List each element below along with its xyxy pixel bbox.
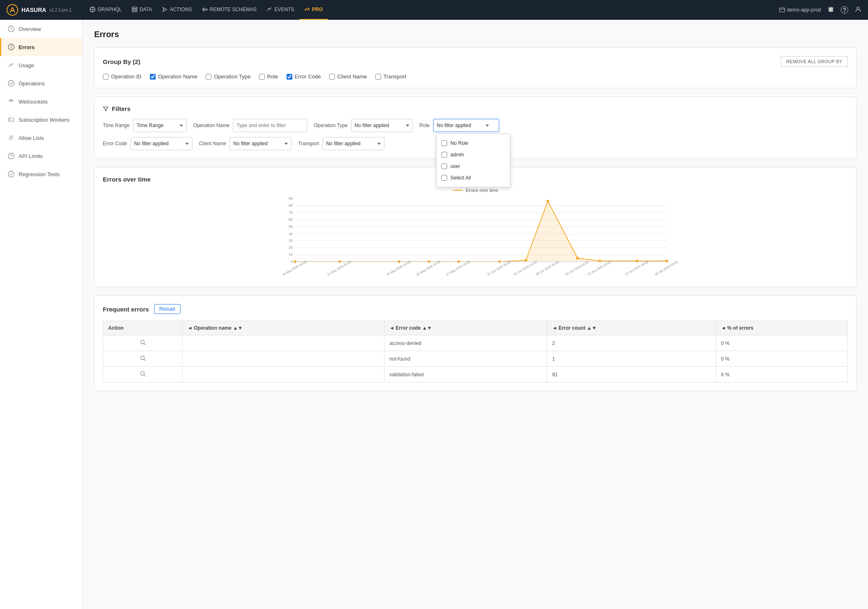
svg-line-61 <box>144 344 145 345</box>
table-row: validation-failed 81 6 % <box>103 367 848 382</box>
role-option-no-role[interactable]: No Role <box>436 137 510 149</box>
role-no-role-checkbox[interactable] <box>441 140 447 146</box>
svg-line-65 <box>144 375 145 377</box>
row-2-operation-name <box>183 367 384 382</box>
group-by-operation-id-checkbox[interactable] <box>103 74 109 80</box>
svg-rect-5 <box>132 9 137 10</box>
transport-select[interactable]: No filter applied <box>323 137 384 150</box>
col-pct-errors[interactable]: ◄ % of errors <box>716 321 847 335</box>
sidebar-label-errors: Errors <box>19 44 35 50</box>
time-range-select[interactable]: Time Range <box>133 119 187 132</box>
logo-text: HASURA <box>21 7 46 13</box>
row-1-operation-name <box>183 351 384 367</box>
row-1-error-count: 1 <box>547 351 716 367</box>
search-icon[interactable] <box>140 340 146 345</box>
client-name-select[interactable]: No filter applied <box>230 137 292 150</box>
svg-rect-20 <box>9 118 14 121</box>
sidebar-item-overview[interactable]: Overview <box>0 20 82 38</box>
nav-events[interactable]: EVENTS <box>262 0 299 20</box>
pro-icon <box>304 7 310 12</box>
role-user-checkbox[interactable] <box>441 163 447 169</box>
group-by-card: Group By (2) REMOVE ALL GROUP BY Operati… <box>94 47 856 88</box>
sidebar-item-subscription-workers[interactable]: Subscription Workers <box>0 111 82 129</box>
sidebar-item-api-limits[interactable]: API Limits <box>0 147 82 165</box>
search-icon[interactable] <box>140 371 146 377</box>
role-admin-checkbox[interactable] <box>441 152 447 158</box>
row-0-action[interactable] <box>103 335 183 351</box>
transport-filter: Transport No filter applied <box>298 137 384 150</box>
filter-icon <box>103 106 109 112</box>
group-by-transport-checkbox[interactable] <box>375 74 381 80</box>
col-action: Action <box>103 321 183 335</box>
time-range-label: Time Range <box>103 123 130 128</box>
svg-point-19 <box>11 101 12 102</box>
sidebar-item-websockets[interactable]: Websockets <box>0 92 82 111</box>
errors-icon <box>8 44 14 50</box>
sidebar-item-regression-tests[interactable]: Regression Tests <box>0 165 82 183</box>
svg-text:03 Jun 2020 20:00: 03 Jun 2020 20:00 <box>513 260 538 276</box>
col-error-count[interactable]: ◄ Error count ▲▼ <box>547 321 716 335</box>
svg-text:10 Jun 2020 20:00: 10 Jun 2020 20:00 <box>587 260 612 276</box>
row-1-action[interactable] <box>103 351 183 367</box>
group-by-operation-name[interactable]: Operation Name <box>150 73 197 80</box>
table-row: not-found 1 0 % <box>103 351 848 367</box>
project-selector[interactable]: demo-app-prod <box>779 7 821 13</box>
settings-button[interactable] <box>828 6 834 14</box>
nav-pro[interactable]: PRO <box>299 0 328 20</box>
nav-graphql[interactable]: GRAPHQL <box>85 0 127 20</box>
remove-all-group-by-button[interactable]: REMOVE ALL GROUP BY <box>781 56 848 67</box>
nav-actions[interactable]: ACTIONS <box>157 0 197 20</box>
chart-point <box>636 260 638 262</box>
error-code-select[interactable]: No filter applied <box>130 137 192 150</box>
group-by-client-name-checkbox[interactable] <box>329 74 335 80</box>
group-by-role[interactable]: Role <box>259 73 278 80</box>
reload-button[interactable]: Reload <box>154 304 180 314</box>
subscription-workers-icon <box>8 116 14 123</box>
sidebar-item-errors[interactable]: Errors <box>0 38 82 56</box>
project-name: demo-app-prod <box>787 7 821 13</box>
user-button[interactable] <box>855 6 861 14</box>
search-icon[interactable] <box>140 355 146 361</box>
version-text: v1.2.2-pro.1 <box>50 8 71 12</box>
role-select-all-checkbox[interactable] <box>441 175 447 181</box>
operation-type-label: Operation Type <box>314 123 348 128</box>
sidebar-label-allow-lists: Allow Lists <box>19 135 44 141</box>
role-option-select-all[interactable]: Select All <box>436 172 510 184</box>
group-by-header: Group By (2) REMOVE ALL GROUP BY <box>103 56 848 67</box>
group-by-client-name[interactable]: Client Name <box>329 73 367 80</box>
group-by-error-code-checkbox[interactable] <box>287 74 292 80</box>
group-by-operation-type-checkbox[interactable] <box>206 74 211 80</box>
group-by-transport[interactable]: Transport <box>375 73 406 80</box>
group-by-operation-name-checkbox[interactable] <box>150 74 156 80</box>
svg-point-25 <box>8 153 14 159</box>
svg-point-17 <box>11 48 12 49</box>
sidebar-item-operations[interactable]: Operations <box>0 74 82 92</box>
role-option-user[interactable]: user <box>436 161 510 172</box>
svg-text:10: 10 <box>289 253 293 257</box>
legend-line-sample <box>453 190 462 191</box>
group-by-error-code[interactable]: Error Code <box>287 73 321 80</box>
help-button[interactable]: ? <box>841 6 848 14</box>
sidebar-item-usage[interactable]: Usage <box>0 56 82 74</box>
logo[interactable]: HASURA v1.2.2-pro.1 <box>7 4 71 16</box>
nav-data[interactable]: DATA <box>127 0 157 20</box>
operation-name-input[interactable] <box>233 119 307 132</box>
svg-text:08 Jun 2020 20:00: 08 Jun 2020 20:00 <box>535 260 560 276</box>
sidebar-item-allow-lists[interactable]: Allow Lists <box>0 129 82 147</box>
svg-point-60 <box>140 340 144 344</box>
col-operation-name[interactable]: ◄ Operation name ▲▼ <box>183 321 384 335</box>
sidebar-label-subscription-workers: Subscription Workers <box>19 117 69 123</box>
nav-remote-schemas[interactable]: REMOTE SCHEMAS <box>197 0 262 20</box>
role-option-admin[interactable]: admin <box>436 149 510 161</box>
role-dropdown-button[interactable]: No filter applied <box>433 119 499 132</box>
group-by-operation-id[interactable]: Operation ID <box>103 73 142 80</box>
sidebar-label-operations: Operations <box>19 80 45 87</box>
group-by-operation-type[interactable]: Operation Type <box>206 73 251 80</box>
group-by-role-checkbox[interactable] <box>259 74 265 80</box>
col-error-code[interactable]: ◄ Error code ▲▼ <box>384 321 547 335</box>
frequent-errors-section: Frequent errors Reload Action ◄ Operatio… <box>94 295 856 391</box>
svg-point-62 <box>140 356 144 360</box>
row-2-action[interactable] <box>103 367 183 382</box>
role-dropdown-arrow <box>486 125 489 127</box>
operation-type-select[interactable]: No filter applied <box>351 119 413 132</box>
